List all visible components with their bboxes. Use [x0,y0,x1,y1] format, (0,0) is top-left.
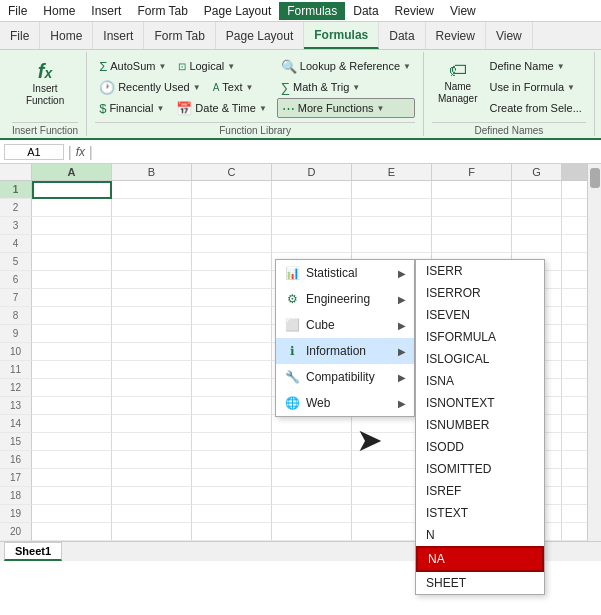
cell-d20[interactable] [272,523,352,541]
cell-h5[interactable] [562,253,587,271]
scrollbar[interactable] [587,164,601,541]
cell-b18[interactable] [112,487,192,505]
cell-c4[interactable] [192,235,272,253]
cell-f4[interactable] [432,235,512,253]
submenu-item-isnumber[interactable]: ISNUMBER [416,414,544,436]
cell-a13[interactable] [32,397,112,415]
cell-h4[interactable] [562,235,587,253]
menu-option-engineering[interactable]: ⚙ Engineering ▶ [276,286,414,312]
cell-g2[interactable] [512,199,562,217]
scrollbar-thumb[interactable] [590,168,600,188]
cell-b8[interactable] [112,307,192,325]
cell-b1[interactable] [112,181,192,199]
submenu-item-iserr[interactable]: ISERR [416,260,544,282]
cell-e4[interactable] [352,235,432,253]
cell-d1[interactable] [272,181,352,199]
cell-d19[interactable] [272,505,352,523]
tab-formulas[interactable]: Formulas [304,22,379,49]
menu-formulas[interactable]: Formulas [279,2,345,20]
cell-c6[interactable] [192,271,272,289]
cell-h11[interactable] [562,361,587,379]
cell-f1[interactable] [432,181,512,199]
cell-d4[interactable] [272,235,352,253]
cell-c17[interactable] [192,469,272,487]
tab-home[interactable]: Home [40,22,93,49]
cell-h14[interactable] [562,415,587,433]
cell-a3[interactable] [32,217,112,235]
cell-b6[interactable] [112,271,192,289]
cell-a15[interactable] [32,433,112,451]
cell-d16[interactable] [272,451,352,469]
text-button[interactable]: A Text ▼ [209,77,258,97]
cell-h2[interactable] [562,199,587,217]
cell-b13[interactable] [112,397,192,415]
cell-e1[interactable] [352,181,432,199]
cell-c13[interactable] [192,397,272,415]
menu-option-compatibility[interactable]: 🔧 Compatibility ▶ [276,364,414,390]
recently-used-button[interactable]: 🕐 Recently Used ▼ [95,77,204,97]
menu-review[interactable]: Review [387,2,442,20]
cell-b5[interactable] [112,253,192,271]
cell-d17[interactable] [272,469,352,487]
cell-f3[interactable] [432,217,512,235]
cell-b11[interactable] [112,361,192,379]
use-in-formula-button[interactable]: Use in Formula ▼ [485,77,585,97]
financial-button[interactable]: $ Financial ▼ [95,98,168,118]
tab-insert[interactable]: Insert [93,22,144,49]
cell-h18[interactable] [562,487,587,505]
cell-h12[interactable] [562,379,587,397]
submenu-item-n[interactable]: N [416,524,544,546]
tab-view[interactable]: View [486,22,533,49]
submenu-item-isodd[interactable]: ISODD [416,436,544,458]
tab-formtab[interactable]: Form Tab [144,22,215,49]
cell-c20[interactable] [192,523,272,541]
math-trig-button[interactable]: ∑ Math & Trig ▼ [277,77,415,97]
cell-c10[interactable] [192,343,272,361]
cell-a7[interactable] [32,289,112,307]
menu-view[interactable]: View [442,2,484,20]
cell-h6[interactable] [562,271,587,289]
menu-insert[interactable]: Insert [83,2,129,20]
menu-option-cube[interactable]: ⬜ Cube ▶ [276,312,414,338]
cell-c11[interactable] [192,361,272,379]
cell-a18[interactable] [32,487,112,505]
formula-input[interactable] [97,146,597,158]
menu-file[interactable]: File [0,2,35,20]
cell-h9[interactable] [562,325,587,343]
cell-d2[interactable] [272,199,352,217]
cell-a5[interactable] [32,253,112,271]
cell-a12[interactable] [32,379,112,397]
cell-d18[interactable] [272,487,352,505]
logical-button[interactable]: ⊡ Logical ▼ [174,56,239,76]
submenu-item-iseven[interactable]: ISEVEN [416,304,544,326]
cell-c1[interactable] [192,181,272,199]
cell-b7[interactable] [112,289,192,307]
cell-a6[interactable] [32,271,112,289]
submenu-item-isnontext[interactable]: ISNONTEXT [416,392,544,414]
define-name-button[interactable]: Define Name ▼ [485,56,585,76]
cell-d14[interactable] [272,415,352,433]
menu-data[interactable]: Data [345,2,386,20]
cell-c14[interactable] [192,415,272,433]
cell-a20[interactable] [32,523,112,541]
submenu-item-sheet[interactable]: SHEET [416,572,544,594]
submenu-item-isformula[interactable]: ISFORMULA [416,326,544,348]
cell-h3[interactable] [562,217,587,235]
menu-option-statistical[interactable]: 📊 Statistical ▶ [276,260,414,286]
cell-a11[interactable] [32,361,112,379]
cell-h17[interactable] [562,469,587,487]
submenu-item-iserror[interactable]: ISERROR [416,282,544,304]
tab-file[interactable]: File [0,22,40,49]
submenu-item-islogical[interactable]: ISLOGICAL [416,348,544,370]
cell-c12[interactable] [192,379,272,397]
cell-h8[interactable] [562,307,587,325]
cell-h1[interactable] [562,181,587,199]
menu-pagelayout[interactable]: Page Layout [196,2,279,20]
cell-h10[interactable] [562,343,587,361]
cell-c18[interactable] [192,487,272,505]
menu-home[interactable]: Home [35,2,83,20]
submenu-item-isref[interactable]: ISREF [416,480,544,502]
cell-b9[interactable] [112,325,192,343]
cell-g3[interactable] [512,217,562,235]
cell-g1[interactable] [512,181,562,199]
